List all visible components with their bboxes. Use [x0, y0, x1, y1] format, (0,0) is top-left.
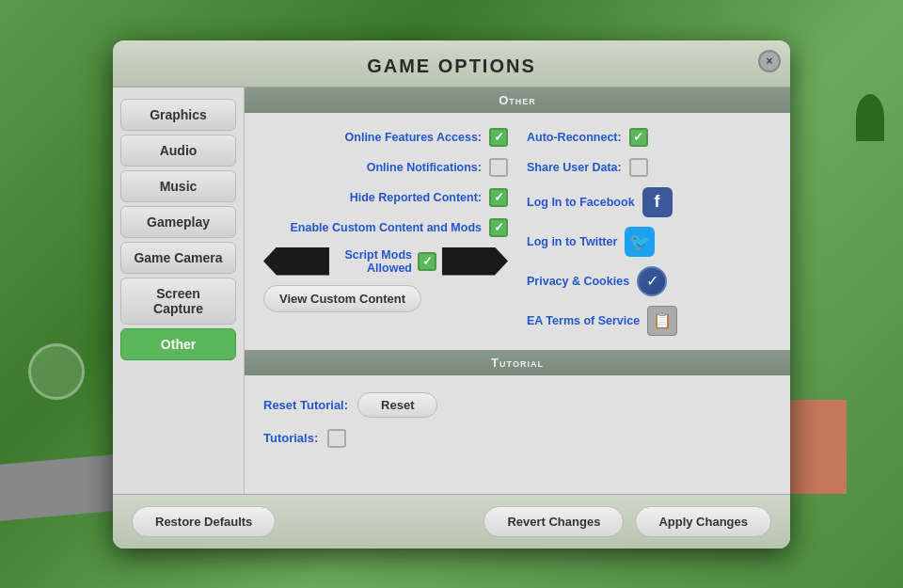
twitter-button[interactable]: 🐦	[625, 227, 655, 257]
online-notifications-label: Online Notifications:	[367, 161, 482, 174]
sidebar: Graphics Audio Music Gameplay Game Camer…	[113, 87, 245, 494]
view-custom-row: View Custom Content	[263, 280, 508, 317]
facebook-button[interactable]: f	[642, 187, 673, 217]
privacy-label: Privacy & Cookies	[527, 275, 629, 288]
dialog-title: Game Options	[367, 56, 536, 76]
view-custom-content-button[interactable]: View Custom Content	[263, 285, 421, 312]
left-arrow	[263, 247, 329, 276]
sidebar-item-screen-capture[interactable]: Screen Capture	[120, 278, 236, 325]
tutorial-section-header: Tutorial	[245, 350, 790, 375]
online-notifications-row: Online Notifications:	[263, 152, 508, 183]
share-user-data-checkbox[interactable]	[629, 158, 648, 177]
sidebar-item-gameplay[interactable]: Gameplay	[120, 206, 236, 238]
hide-reported-row: Hide Reported Content:	[263, 183, 508, 213]
enable-custom-checkbox[interactable]	[489, 218, 508, 237]
main-content: Other Online Features Access: Online Not…	[245, 87, 790, 494]
sidebar-item-other[interactable]: Other	[120, 328, 236, 360]
online-features-label: Online Features Access:	[345, 131, 482, 144]
twitter-label: Log in to Twitter	[527, 235, 617, 248]
tutorials-label: Tutorials:	[263, 431, 318, 445]
sidebar-item-music[interactable]: Music	[120, 170, 236, 202]
terms-label: EA Terms of Service	[527, 314, 640, 327]
facebook-row: Log In to Facebook f	[527, 183, 771, 222]
hide-reported-checkbox[interactable]	[489, 188, 508, 207]
reset-tutorial-label: Reset Tutorial:	[263, 398, 348, 412]
sidebar-item-audio[interactable]: Audio	[120, 135, 236, 167]
auto-reconnect-row: Auto-Reconnect:	[527, 122, 771, 152]
script-mods-row: Script Mods Allowed	[263, 243, 508, 280]
right-arrow	[442, 247, 508, 276]
twitter-row: Log in to Twitter 🐦	[527, 222, 771, 262]
dialog-overlay: Game Options × Graphics Audio Music Game…	[0, 0, 903, 588]
privacy-button[interactable]: ✓	[637, 266, 667, 296]
auto-reconnect-checkbox[interactable]	[629, 128, 648, 147]
terms-row: EA Terms of Service 📋	[527, 301, 771, 341]
close-button[interactable]: ×	[758, 50, 781, 72]
online-features-row: Online Features Access:	[263, 122, 508, 152]
reset-button[interactable]: Reset	[357, 392, 437, 418]
online-notifications-checkbox[interactable]	[489, 158, 508, 177]
restore-defaults-button[interactable]: Restore Defaults	[132, 506, 276, 537]
tutorials-checkbox[interactable]	[327, 429, 346, 448]
dialog-header: Game Options ×	[113, 40, 790, 87]
privacy-row: Privacy & Cookies ✓	[527, 262, 771, 301]
online-features-checkbox[interactable]	[489, 128, 508, 147]
enable-custom-label: Enable Custom Content and Mods	[291, 221, 482, 234]
apply-changes-button[interactable]: Apply Changes	[635, 506, 771, 537]
sidebar-item-game-camera[interactable]: Game Camera	[120, 242, 236, 274]
dialog-body: Graphics Audio Music Gameplay Game Camer…	[113, 87, 790, 494]
terms-button[interactable]: 📋	[647, 306, 677, 336]
hide-reported-label: Hide Reported Content:	[350, 191, 482, 204]
dialog-footer: Restore Defaults Revert Changes Apply Ch…	[113, 494, 790, 548]
left-column: Online Features Access: Online Notificat…	[245, 113, 517, 350]
enable-custom-row: Enable Custom Content and Mods	[263, 213, 508, 243]
game-options-dialog: Game Options × Graphics Audio Music Game…	[113, 40, 790, 548]
revert-changes-button[interactable]: Revert Changes	[483, 506, 624, 537]
script-mods-checkbox[interactable]	[418, 252, 436, 271]
options-grid: Online Features Access: Online Notificat…	[245, 113, 790, 350]
tutorials-row: Tutorials:	[263, 423, 771, 453]
right-column: Auto-Reconnect: Share User Data: Log In …	[517, 113, 790, 350]
tutorial-content: Reset Tutorial: Reset Tutorials:	[245, 375, 790, 465]
facebook-label: Log In to Facebook	[527, 196, 635, 209]
other-section-header: Other	[245, 87, 790, 113]
auto-reconnect-label: Auto-Reconnect:	[527, 131, 622, 144]
footer-right-buttons: Revert Changes Apply Changes	[483, 506, 771, 537]
reset-tutorial-row: Reset Tutorial: Reset	[263, 387, 771, 423]
sidebar-item-graphics[interactable]: Graphics	[120, 99, 236, 131]
share-user-data-label: Share User Data:	[527, 161, 622, 174]
share-user-data-row: Share User Data:	[527, 152, 771, 183]
script-mods-label: Script Mods Allowed	[335, 248, 412, 275]
